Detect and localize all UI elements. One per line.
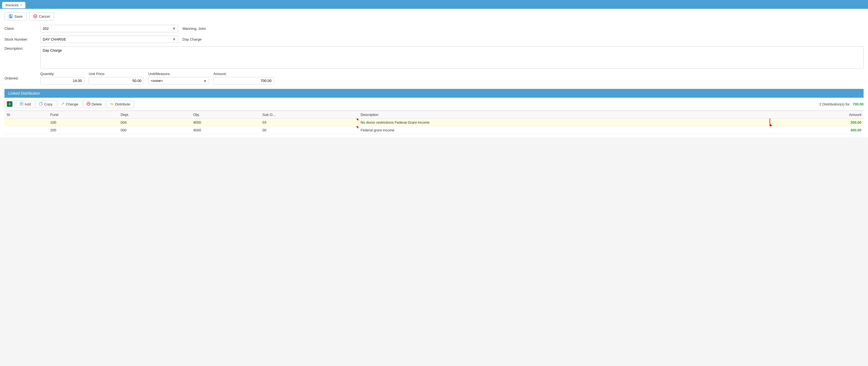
cancel-icon xyxy=(33,14,37,19)
distribute-button[interactable]: % Distribute xyxy=(107,100,134,108)
cell-fund-1: 100 xyxy=(48,119,118,126)
distribution-table: St Fund Dept. Obj. Sub O... Description … xyxy=(4,111,864,134)
svg-rect-9 xyxy=(39,103,42,106)
amount-input[interactable] xyxy=(213,77,274,84)
unit-measure-select[interactable]: <none> xyxy=(148,77,209,84)
table-header-row: St Fund Dept. Obj. Sub O... Description … xyxy=(4,111,864,119)
cell-amount-2: 400.00 xyxy=(770,126,864,134)
client-row: Client: 202 ▼ Manning, John xyxy=(4,25,864,32)
red-corner-indicator-2 xyxy=(356,126,358,129)
cell-description-1: No donor restrictions Federal Grant Inco… xyxy=(358,119,770,126)
amount-group: Amount: xyxy=(213,72,274,84)
cell-obj-1: 4000 xyxy=(191,119,260,126)
delete-icon xyxy=(87,102,90,107)
change-icon xyxy=(61,102,65,107)
unit-price-input[interactable] xyxy=(89,77,144,84)
cell-st-1 xyxy=(4,119,48,126)
stock-number-row: Stock Number: DAY CHARGE ▼ Day Charge xyxy=(4,36,864,43)
cell-amount-1: 300.00 xyxy=(770,119,864,126)
red-corner-indicator-1 xyxy=(356,119,358,121)
save-button[interactable]: Save xyxy=(4,12,27,21)
stock-number-label: Stock Number: xyxy=(4,37,40,41)
svg-rect-2 xyxy=(10,16,12,18)
amount-label: Amount: xyxy=(213,72,274,76)
copy-button[interactable]: Copy xyxy=(36,100,56,108)
cell-fund-2: 200 xyxy=(48,126,118,134)
ordered-fields: Quantity: Unit Price: Unit/Measure: <non… xyxy=(40,72,274,84)
col-header-st: St xyxy=(4,111,48,119)
delete-button[interactable]: Delete xyxy=(83,100,105,108)
excel-icon: X xyxy=(7,101,12,107)
distribute-icon: % xyxy=(110,102,114,107)
distribution-count: 2 Distribution(s) for 700.00 xyxy=(819,102,864,106)
linked-distribution-title: Linked Distribution xyxy=(8,91,40,95)
cell-dept-2: 000 xyxy=(118,126,191,134)
unit-measure-select-wrapper: <none> ▼ xyxy=(148,77,209,84)
cell-dept-1: 004 xyxy=(118,119,191,126)
description-input[interactable]: Day Charge xyxy=(40,46,864,68)
distribution-total-amount: 700.00 xyxy=(852,102,864,106)
cell-description-2: Federal grant income xyxy=(358,126,770,134)
change-button[interactable]: Change xyxy=(57,100,82,108)
description-row: Description: Day Charge xyxy=(4,46,864,68)
ordered-label: Ordered: xyxy=(4,76,40,80)
stock-number-name-display: Day Charge xyxy=(183,37,202,41)
toolbar: Save Cancel xyxy=(4,12,864,21)
col-header-fund: Fund xyxy=(48,111,118,119)
unit-measure-label: Unit/Measure: xyxy=(148,72,209,76)
red-corner-bottom-1 xyxy=(770,124,772,126)
col-header-obj: Obj. xyxy=(191,111,260,119)
cell-st-2 xyxy=(4,126,48,134)
client-select-wrapper: 202 ▼ xyxy=(40,25,178,32)
table-row[interactable]: 200 000 4000 00 Federal grant income 400… xyxy=(4,126,864,134)
client-name-display: Manning, John xyxy=(183,27,206,31)
col-header-dept: Dept. xyxy=(118,111,191,119)
tab-close-button[interactable]: × xyxy=(21,3,22,7)
client-select[interactable]: 202 xyxy=(40,25,178,32)
save-icon xyxy=(8,14,13,19)
save-label: Save xyxy=(14,15,23,19)
cell-obj-2: 4000 xyxy=(191,126,260,134)
add-label: Add xyxy=(25,102,31,106)
description-label: Description: xyxy=(4,46,40,51)
excel-export-button[interactable]: X xyxy=(4,100,15,108)
table-row[interactable]: 100 004 4000 03 No donor restrictions Fe… xyxy=(4,119,864,126)
add-button[interactable]: Add xyxy=(16,100,34,108)
cell-subo-1: 03 xyxy=(260,119,358,126)
copy-icon xyxy=(39,102,43,107)
quantity-group: Quantity: xyxy=(40,72,84,84)
col-header-subo: Sub O... xyxy=(260,111,358,119)
invoices-tab[interactable]: Invoices × xyxy=(2,2,25,8)
cell-subo-2: 00 xyxy=(260,126,358,134)
distribution-toolbar: X Add Copy xyxy=(4,98,864,111)
distribution-summary: 2 Distribution(s) for xyxy=(819,102,850,106)
client-label: Client: xyxy=(4,27,40,31)
tab-bar: Invoices × xyxy=(0,0,868,9)
main-content: Save Cancel Client: 202 ▼ Manning, John … xyxy=(0,9,868,137)
linked-distribution-header: Linked Distribution xyxy=(4,89,864,98)
svg-text:%: % xyxy=(110,102,113,106)
unit-price-label: Unit Price: xyxy=(89,72,144,76)
ordered-row: Ordered: Quantity: Unit Price: Unit/Meas… xyxy=(4,72,864,84)
unit-price-group: Unit Price: xyxy=(89,72,144,84)
quantity-label: Quantity: xyxy=(40,72,84,76)
stock-number-select[interactable]: DAY CHARGE xyxy=(40,36,178,43)
add-icon xyxy=(20,102,24,107)
unit-measure-group: Unit/Measure: <none> ▼ xyxy=(148,72,209,84)
cancel-button[interactable]: Cancel xyxy=(29,12,54,21)
copy-label: Copy xyxy=(44,102,52,106)
change-label: Change xyxy=(66,102,79,106)
distribute-label: Distribute xyxy=(115,102,130,106)
svg-rect-1 xyxy=(10,15,11,16)
quantity-input[interactable] xyxy=(40,77,84,84)
col-header-amount: Amount xyxy=(770,111,864,119)
delete-label: Delete xyxy=(92,102,102,106)
stock-number-select-wrapper: DAY CHARGE ▼ xyxy=(40,36,178,43)
cancel-label: Cancel xyxy=(39,15,50,19)
col-header-description: Description xyxy=(358,111,770,119)
tab-label: Invoices xyxy=(5,3,19,7)
